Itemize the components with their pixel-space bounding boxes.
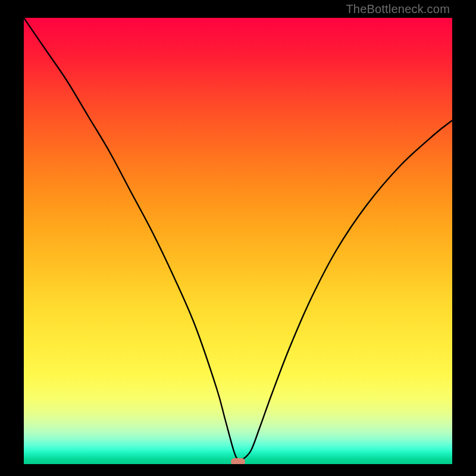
plot-area [24,18,452,464]
bottleneck-curve [24,18,452,464]
chart-frame: TheBottleneck.com [0,0,476,476]
watermark-text: TheBottleneck.com [346,2,450,16]
optimum-marker [231,458,245,465]
